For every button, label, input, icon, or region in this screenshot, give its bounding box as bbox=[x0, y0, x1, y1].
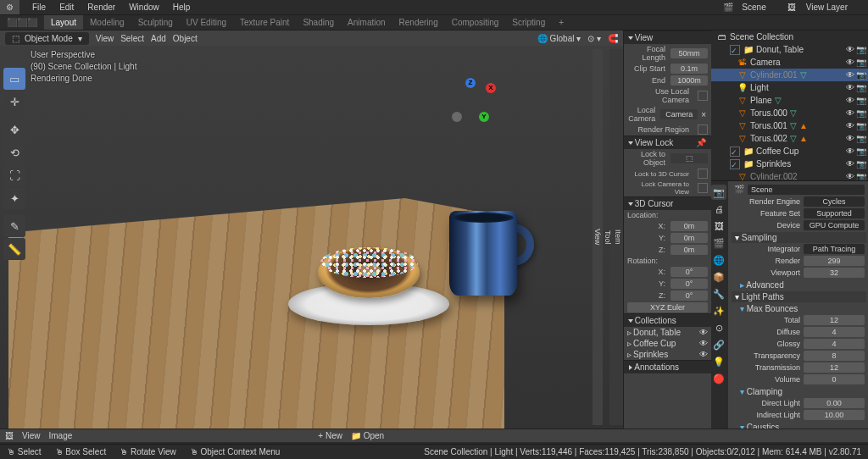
eye-icon[interactable]: 👁 bbox=[846, 147, 854, 156]
eye-icon[interactable]: 👁 bbox=[846, 108, 854, 118]
outliner-item-sprinkles[interactable]: 📁Sprinkles👁 📷 bbox=[711, 158, 868, 170]
mode-selector[interactable]: ⬚Object Mode▾ bbox=[5, 32, 89, 45]
eye-icon[interactable]: 👁 bbox=[846, 58, 854, 67]
snap-toggle[interactable]: 🧲 bbox=[608, 34, 618, 43]
ptab-object[interactable]: 📦 bbox=[711, 269, 726, 285]
ntab-view[interactable]: View bbox=[593, 49, 603, 425]
rot-y[interactable]: 0° bbox=[670, 279, 708, 289]
outliner-item-torus-001[interactable]: ▽Torus.001 ▽ ▲👁 📷 bbox=[711, 119, 868, 132]
loc-z[interactable]: 0m bbox=[670, 245, 708, 255]
render-icon[interactable]: 📷 bbox=[856, 108, 866, 118]
ptab-particle[interactable]: ✨ bbox=[711, 303, 726, 318]
ptab-world[interactable]: 🌐 bbox=[711, 252, 726, 268]
use-local-cam-check[interactable] bbox=[698, 91, 708, 101]
loc-y[interactable]: 0m bbox=[670, 233, 708, 243]
axis-x[interactable]: X bbox=[486, 83, 496, 93]
blender-icon[interactable]: ⚙ bbox=[0, 0, 19, 14]
vp-view[interactable]: View bbox=[96, 34, 114, 43]
maxbounces-header[interactable]: ▾ Max Bounces bbox=[732, 303, 866, 314]
eye-icon[interactable]: 👁 bbox=[846, 70, 854, 80]
ws-add[interactable]: + bbox=[552, 15, 570, 30]
menu-window[interactable]: Window bbox=[123, 0, 165, 14]
menu-edit[interactable]: Edit bbox=[53, 0, 80, 14]
ptab-constraint[interactable]: 🔗 bbox=[711, 337, 726, 352]
lock-cursor-check[interactable] bbox=[698, 169, 708, 179]
ws-render[interactable]: Rendering bbox=[392, 15, 445, 30]
sampling-header[interactable]: ▾ Sampling bbox=[732, 232, 866, 243]
scene-selector[interactable]: Scene bbox=[737, 1, 782, 14]
rotmode[interactable]: XYZ Euler bbox=[627, 302, 708, 312]
menu-help[interactable]: Help bbox=[167, 0, 197, 14]
eye-icon[interactable]: 👁 bbox=[699, 328, 708, 337]
eye-icon[interactable]: 👁 bbox=[846, 45, 854, 54]
col-coffee[interactable]: ▹Coffee Cup👁 bbox=[624, 338, 711, 349]
render-icon[interactable]: 📷 bbox=[856, 45, 866, 54]
outliner-item-donut--table[interactable]: 📁Donut, Table👁 📷 bbox=[711, 43, 868, 56]
cursor-header[interactable]: 3D Cursor bbox=[624, 196, 711, 210]
ptab-layers[interactable]: 🖼 bbox=[711, 218, 726, 234]
volume[interactable]: 0 bbox=[804, 374, 865, 384]
lock-cam-check[interactable] bbox=[698, 183, 708, 193]
viewport-canvas[interactable]: User Perspective (90) Scene Collection |… bbox=[0, 46, 623, 429]
vp-select[interactable]: Select bbox=[120, 34, 144, 43]
render-icon[interactable]: 📷 bbox=[856, 121, 866, 130]
annotations-header[interactable]: Annotations bbox=[624, 360, 711, 373]
render-region-check[interactable] bbox=[698, 124, 708, 135]
ptab-modifier[interactable]: 🔧 bbox=[711, 286, 726, 301]
collection-check[interactable] bbox=[730, 45, 740, 55]
ptab-material[interactable]: 🔴 bbox=[711, 371, 726, 386]
integrator[interactable]: Path Tracing bbox=[804, 244, 865, 254]
ptab-data[interactable]: 💡 bbox=[711, 354, 726, 369]
local-cam[interactable]: Camera bbox=[660, 109, 698, 119]
outliner-item-light[interactable]: 💡Light👁 📷 bbox=[711, 81, 868, 94]
render-icon[interactable]: 📷 bbox=[856, 147, 866, 156]
outliner-item-cylinder-002[interactable]: ▽Cylinder.002👁 📷 bbox=[711, 170, 868, 181]
ntab-item[interactable]: Item bbox=[613, 49, 623, 425]
feature-set[interactable]: Supported bbox=[804, 208, 865, 218]
ptab-scene[interactable]: 🎬 bbox=[711, 235, 726, 251]
ptab-physics[interactable]: ⊙ bbox=[711, 320, 726, 335]
ws-shading[interactable]: Shading bbox=[296, 15, 341, 30]
loc-x[interactable]: 0m bbox=[670, 221, 708, 231]
outliner-item-camera[interactable]: 📽Camera👁 📷 bbox=[711, 56, 868, 69]
outliner-item-torus-002[interactable]: ▽Torus.002 ▽ ▲👁 📷 bbox=[711, 132, 868, 145]
outliner-item-coffee-cup[interactable]: 📁Coffee Cup👁 📷 bbox=[711, 145, 868, 158]
ws-comp[interactable]: Compositing bbox=[445, 15, 506, 30]
outliner-item-torus-000[interactable]: ▽Torus.000 ▽👁 📷 bbox=[711, 107, 868, 119]
view-lock-header[interactable]: View Lock📌 bbox=[624, 135, 711, 149]
ptab-output[interactable]: 🖨 bbox=[711, 202, 726, 217]
viewport-samples[interactable]: 32 bbox=[804, 268, 865, 278]
ws-anim[interactable]: Animation bbox=[341, 15, 392, 30]
end-input[interactable]: 1000m bbox=[670, 75, 708, 86]
render-icon[interactable]: 📷 bbox=[856, 134, 866, 143]
vp-object[interactable]: Object bbox=[173, 34, 198, 43]
lightpaths-header[interactable]: ▾ Light Paths bbox=[732, 291, 866, 302]
editor-type-icon[interactable]: 🖼 bbox=[5, 431, 14, 440]
render-samples[interactable]: 299 bbox=[804, 256, 865, 266]
transmission[interactable]: 12 bbox=[804, 362, 865, 373]
outliner[interactable]: 🗃Scene Collection 📁Donut, Table👁 📷📽Camer… bbox=[711, 30, 868, 181]
orient-select[interactable]: 🌐 Global ▾ bbox=[537, 34, 581, 43]
eye-icon[interactable]: 👁 bbox=[699, 339, 708, 348]
clamping-header[interactable]: ▾ Clamping bbox=[732, 386, 866, 397]
collections-header[interactable]: Collections bbox=[624, 313, 711, 327]
device[interactable]: GPU Compute bbox=[804, 220, 865, 230]
render-icon[interactable]: 📷 bbox=[856, 159, 866, 169]
render-icon[interactable]: 📷 bbox=[856, 172, 866, 181]
axis-y[interactable]: Y bbox=[479, 112, 489, 122]
render-icon[interactable]: 📷 bbox=[856, 70, 866, 80]
tool-cursor[interactable]: ✛ bbox=[3, 91, 25, 113]
tool-annotate[interactable]: ✎ bbox=[3, 215, 25, 237]
ws-sculpting[interactable]: Sculpting bbox=[131, 15, 180, 30]
tool-measure[interactable]: 📏 bbox=[3, 238, 25, 260]
scene-crumb[interactable]: Scene bbox=[748, 185, 865, 195]
ptab-render[interactable]: 📷 bbox=[711, 185, 726, 200]
render-icon[interactable]: 📷 bbox=[856, 83, 866, 92]
ft-view[interactable]: View bbox=[22, 431, 41, 440]
indirect[interactable]: 10.00 bbox=[804, 410, 865, 420]
rot-z[interactable]: 0° bbox=[670, 290, 708, 301]
clip-input[interactable]: 0.1m bbox=[670, 64, 708, 74]
render-icon[interactable]: 📷 bbox=[856, 96, 866, 105]
layer-selector[interactable]: View Layer bbox=[801, 1, 865, 14]
collection-check[interactable] bbox=[730, 147, 740, 157]
